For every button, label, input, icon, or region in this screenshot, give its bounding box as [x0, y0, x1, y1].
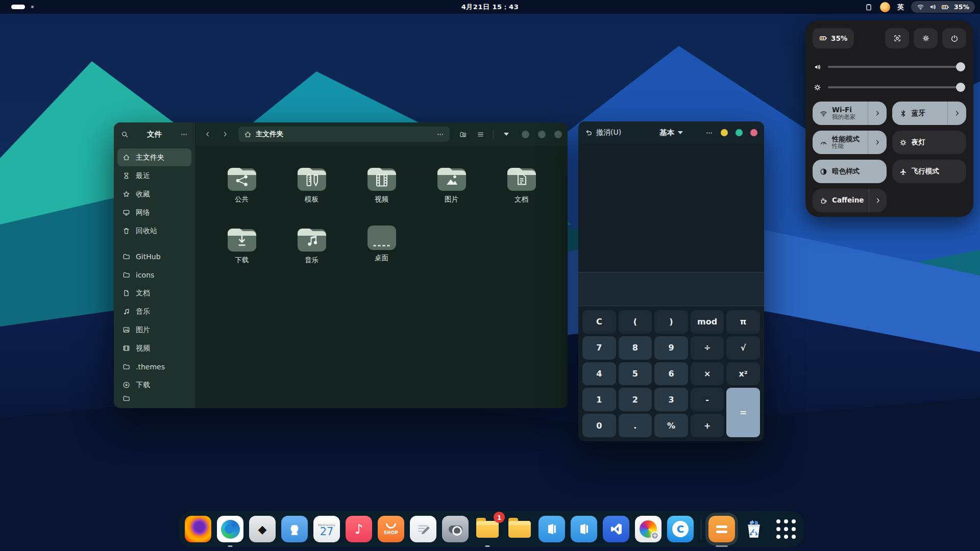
- clock[interactable]: 4月21日 15：43: [461, 3, 519, 12]
- calc-key-5[interactable]: 5: [619, 362, 652, 386]
- qs-toggle-airplane-mode[interactable]: 飞行模式: [892, 160, 966, 183]
- chevron-right-icon[interactable]: [869, 189, 887, 212]
- dock-app-grid[interactable]: [773, 516, 799, 542]
- sidebar-item-downloads[interactable]: 下载: [117, 376, 191, 394]
- dock-text-editor[interactable]: [410, 516, 436, 542]
- qs-toggle-wifi[interactable]: Wi-Fi我的老家: [813, 102, 887, 125]
- battery-status-button[interactable]: 35%: [813, 28, 854, 48]
- dock-files[interactable]: 1: [474, 516, 501, 542]
- file-item-desktop[interactable]: 桌面: [347, 222, 416, 283]
- calc-key-9[interactable]: 9: [654, 336, 688, 360]
- dock-settings[interactable]: [442, 516, 469, 542]
- folder-search-icon[interactable]: [456, 128, 470, 141]
- calc-key-4[interactable]: 4: [582, 362, 616, 386]
- dock-office-doc-2[interactable]: [571, 516, 597, 542]
- calc-key-([interactable]: (: [619, 310, 652, 334]
- calc-entry[interactable]: [578, 272, 764, 306]
- power-button[interactable]: [942, 28, 966, 48]
- sidebar-item-favorites[interactable]: 收藏: [117, 185, 191, 203]
- qs-toggle-night-light[interactable]: 夜灯: [892, 131, 966, 154]
- calc-key-0[interactable]: 0: [582, 414, 616, 437]
- menu-dots-icon[interactable]: [180, 131, 188, 138]
- status-pill[interactable]: 35%: [911, 1, 975, 13]
- sidebar-item-videos[interactable]: 视频: [117, 339, 191, 357]
- settings-button[interactable]: [914, 28, 938, 48]
- screenshot-button[interactable]: [885, 28, 909, 48]
- back-button[interactable]: [201, 128, 214, 141]
- dock-photos[interactable]: +: [635, 516, 662, 542]
- window-maximize-button[interactable]: [736, 129, 743, 136]
- sidebar-item-pictures[interactable]: 图片: [117, 321, 191, 339]
- calc-key-C[interactable]: C: [582, 310, 616, 334]
- calc-key-=[interactable]: =: [726, 388, 760, 437]
- volume-slider-knob[interactable]: [956, 62, 965, 71]
- file-item-downloads[interactable]: 下载: [207, 222, 277, 283]
- dock-trash[interactable]: [741, 516, 767, 542]
- sidebar-item-trash[interactable]: 回收站: [117, 222, 191, 240]
- undo-button[interactable]: 撤消(U): [585, 128, 621, 137]
- calc-key-π[interactable]: π: [726, 310, 760, 334]
- file-item-videos[interactable]: 视频: [347, 161, 416, 222]
- window-minimize-button[interactable]: [721, 129, 728, 136]
- view-options-dropdown[interactable]: [500, 128, 513, 141]
- chevron-right-icon[interactable]: [868, 131, 887, 154]
- window-close-button[interactable]: [750, 129, 757, 136]
- sidebar-item-icons[interactable]: icons: [117, 266, 191, 284]
- workspace-indicator[interactable]: [11, 0, 34, 14]
- dock-c-app[interactable]: C: [667, 516, 694, 542]
- sidebar-item-recent[interactable]: 最近: [117, 167, 191, 185]
- forward-button[interactable]: [218, 128, 232, 141]
- active-workspace-pill[interactable]: [11, 5, 25, 9]
- brightness-slider-knob[interactable]: [956, 83, 965, 92]
- file-item-templates[interactable]: 模板: [277, 161, 347, 222]
- sidebar-item-network[interactable]: 网络: [117, 204, 191, 221]
- calc-key-+[interactable]: +: [691, 414, 724, 437]
- user-avatar[interactable]: [880, 2, 890, 12]
- dock-vscode[interactable]: [603, 516, 629, 542]
- calc-key-.[interactable]: .: [619, 414, 652, 437]
- brightness-slider[interactable]: [828, 86, 965, 88]
- chevron-right-icon[interactable]: [947, 102, 966, 125]
- dock-github-desktop[interactable]: [281, 516, 308, 542]
- qs-toggle-bluetooth[interactable]: 蓝牙: [892, 102, 966, 125]
- calc-key-1[interactable]: 1: [582, 388, 616, 411]
- input-method-indicator[interactable]: 英: [897, 3, 904, 12]
- dock-folder[interactable]: [506, 516, 533, 542]
- sidebar-item-home[interactable]: 主文件夹: [117, 148, 191, 166]
- sidebar-item-documents[interactable]: 文档: [117, 284, 191, 302]
- sidebar-item-partial[interactable]: [117, 394, 191, 402]
- list-view-icon[interactable]: [474, 128, 487, 141]
- search-icon[interactable]: [121, 131, 129, 138]
- qs-toggle-performance[interactable]: 性能模式性能: [813, 131, 887, 154]
- window-button-1[interactable]: [522, 131, 529, 138]
- sidebar-item-themes[interactable]: .themes: [117, 358, 191, 375]
- clipboard-icon[interactable]: [865, 3, 873, 11]
- calc-key-8[interactable]: 8: [619, 336, 652, 360]
- file-item-documents[interactable]: 文档: [486, 161, 556, 222]
- qs-toggle-caffeine[interactable]: Caffeine: [813, 189, 887, 212]
- workspace-dot[interactable]: [31, 6, 34, 8]
- calc-key-÷[interactable]: ÷: [691, 336, 724, 360]
- file-item-music[interactable]: 音乐: [277, 222, 347, 283]
- sidebar-item-music[interactable]: 音乐: [117, 303, 191, 320]
- volume-slider[interactable]: [828, 66, 965, 68]
- dock-inkscape[interactable]: ◆: [249, 516, 276, 542]
- window-button-2[interactable]: [538, 131, 546, 138]
- mode-dropdown[interactable]: 基本: [659, 128, 683, 138]
- dock-calendar[interactable]: Wednesday27: [313, 516, 340, 542]
- calc-key-3[interactable]: 3: [654, 388, 688, 411]
- calc-key-7[interactable]: 7: [582, 336, 616, 360]
- dock-shop[interactable]: SHOP: [378, 516, 404, 542]
- calc-key-×[interactable]: ×: [691, 362, 724, 386]
- window-button-3[interactable]: [554, 131, 562, 138]
- calc-key-√[interactable]: √: [726, 336, 760, 360]
- dock-calculator[interactable]: [708, 516, 735, 542]
- calc-key-2[interactable]: 2: [619, 388, 652, 411]
- calc-key-x²[interactable]: x²: [726, 362, 760, 386]
- dock-edge[interactable]: [217, 516, 243, 542]
- calc-menu-dots-icon[interactable]: [705, 129, 713, 137]
- file-item-public[interactable]: 公共: [207, 161, 277, 222]
- chevron-right-icon[interactable]: [868, 102, 887, 125]
- path-menu-dots-icon[interactable]: [436, 131, 444, 138]
- dock-firefox[interactable]: [185, 516, 211, 542]
